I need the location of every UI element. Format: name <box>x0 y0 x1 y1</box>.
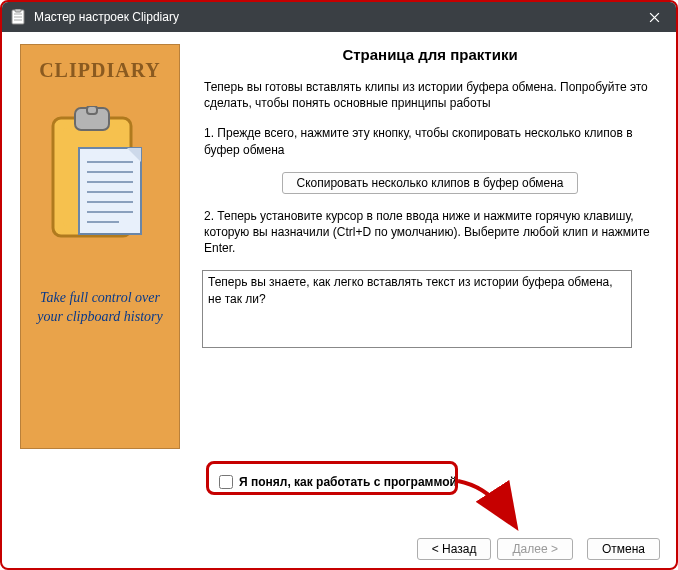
next-button[interactable]: Далее > <box>497 538 573 560</box>
sidebar-tagline: Take full control over your clipboard hi… <box>27 289 173 327</box>
clipboard-icon <box>45 106 155 259</box>
main-content: Страница для практики Теперь вы готовы в… <box>202 44 658 524</box>
page-heading: Страница для практики <box>202 46 658 63</box>
wizard-buttons: < Назад Далее > Отмена <box>417 538 660 560</box>
sidebar: CLIPDIARY Take full <box>20 44 180 449</box>
understood-label[interactable]: Я понял, как работать с программой <box>239 475 457 489</box>
back-button[interactable]: < Назад <box>417 538 492 560</box>
understood-checkbox[interactable] <box>219 475 233 489</box>
svg-rect-8 <box>87 106 97 114</box>
close-button[interactable] <box>632 2 676 32</box>
svg-rect-1 <box>15 9 21 12</box>
titlebar: Мастер настроек Clipdiary <box>2 2 676 32</box>
step2-text: 2. Теперь установите курсор в поле ввода… <box>204 208 652 257</box>
cancel-button[interactable]: Отмена <box>587 538 660 560</box>
intro-text: Теперь вы готовы вставлять клипы из исто… <box>204 79 652 111</box>
app-icon <box>10 9 26 25</box>
copy-clips-button[interactable]: Скопировать несколько клипов в буфер обм… <box>282 172 579 194</box>
practice-textarea[interactable] <box>202 270 632 348</box>
sidebar-logo: CLIPDIARY <box>39 59 161 82</box>
window-title: Мастер настроек Clipdiary <box>34 10 632 24</box>
step1-text: 1. Прежде всего, нажмите эту кнопку, что… <box>204 125 652 157</box>
